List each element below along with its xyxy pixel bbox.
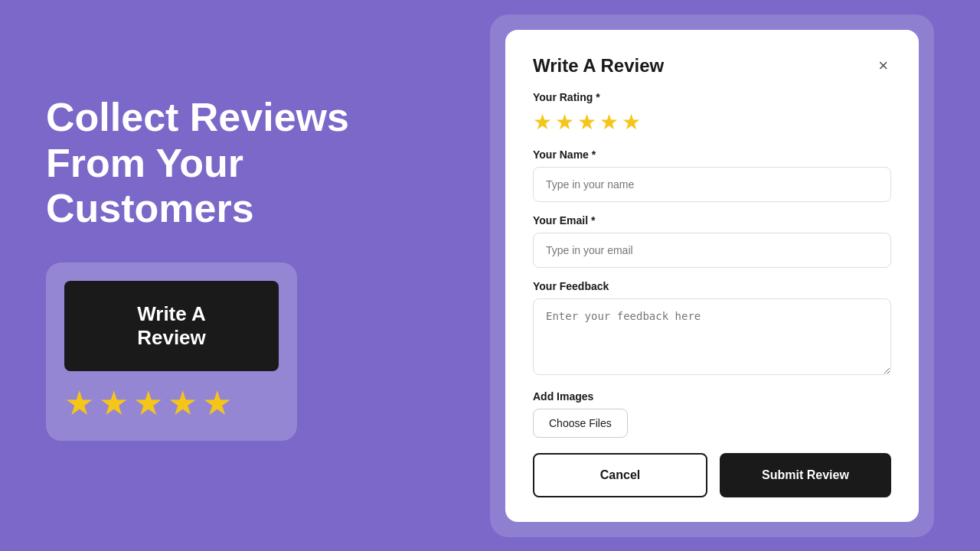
star-1[interactable]: ★ <box>533 109 552 135</box>
email-section: Your Email * <box>533 214 891 268</box>
preview-star-5: ★ <box>202 383 232 422</box>
choose-files-button[interactable]: Choose Files <box>533 409 628 438</box>
write-review-preview-button[interactable]: Write A Review <box>64 281 279 371</box>
preview-star-3: ★ <box>133 383 163 422</box>
rating-section: Your Rating * ★ ★ ★ ★ ★ <box>533 91 891 135</box>
preview-star-4: ★ <box>168 383 198 422</box>
images-label: Add Images <box>533 390 891 403</box>
images-section: Add Images Choose Files <box>533 390 891 438</box>
feedback-textarea[interactable] <box>533 298 891 375</box>
name-section: Your Name * <box>533 148 891 202</box>
rating-stars[interactable]: ★ ★ ★ ★ ★ <box>533 109 891 135</box>
email-input[interactable] <box>533 233 891 268</box>
close-button[interactable]: × <box>875 54 891 77</box>
preview-star-1: ★ <box>64 383 94 422</box>
name-label: Your Name * <box>533 148 891 161</box>
star-2[interactable]: ★ <box>555 109 574 135</box>
preview-stars: ★ ★ ★ ★ ★ <box>64 383 279 422</box>
preview-star-2: ★ <box>99 383 129 422</box>
feedback-section: Your Feedback <box>533 280 891 378</box>
feedback-label: Your Feedback <box>533 280 891 292</box>
star-4[interactable]: ★ <box>599 109 619 135</box>
star-5[interactable]: ★ <box>622 109 641 135</box>
hero-title: Collect Reviews From Your Customers <box>46 95 349 232</box>
left-panel: Collect Reviews From Your Customers Writ… <box>46 95 349 456</box>
modal-header: Write A Review × <box>533 54 891 77</box>
widget-preview: Write A Review ★ ★ ★ ★ ★ <box>46 262 297 441</box>
modal-wrapper: Write A Review × Your Rating * ★ ★ ★ ★ ★… <box>490 15 934 537</box>
modal-actions: Cancel Submit Review <box>533 453 891 497</box>
cancel-button[interactable]: Cancel <box>533 453 707 497</box>
modal-title: Write A Review <box>533 55 664 77</box>
rating-label: Your Rating * <box>533 91 891 103</box>
name-input[interactable] <box>533 167 891 202</box>
review-modal: Write A Review × Your Rating * ★ ★ ★ ★ ★… <box>505 30 919 522</box>
email-label: Your Email * <box>533 214 891 227</box>
submit-button[interactable]: Submit Review <box>720 453 891 497</box>
star-3[interactable]: ★ <box>577 109 596 135</box>
